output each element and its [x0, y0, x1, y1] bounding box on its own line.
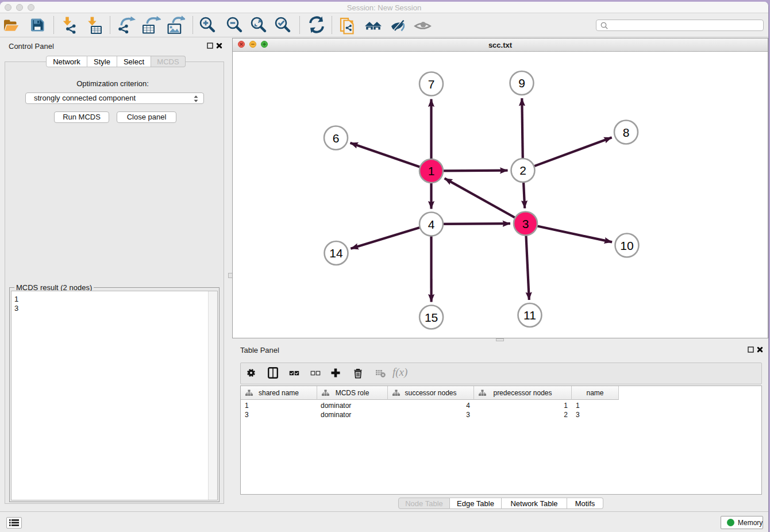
- svg-text:7: 7: [428, 78, 435, 91]
- svg-text:8: 8: [623, 126, 630, 139]
- svg-text:2: 2: [519, 164, 526, 177]
- svg-text:14: 14: [329, 246, 343, 260]
- svg-text:11: 11: [523, 309, 536, 322]
- svg-text:4: 4: [428, 218, 435, 231]
- svg-text:6: 6: [333, 132, 340, 145]
- svg-text:10: 10: [620, 239, 633, 252]
- svg-text:9: 9: [518, 76, 525, 90]
- svg-text:3: 3: [522, 217, 529, 230]
- svg-text:15: 15: [425, 311, 438, 324]
- svg-text:1: 1: [428, 164, 435, 178]
